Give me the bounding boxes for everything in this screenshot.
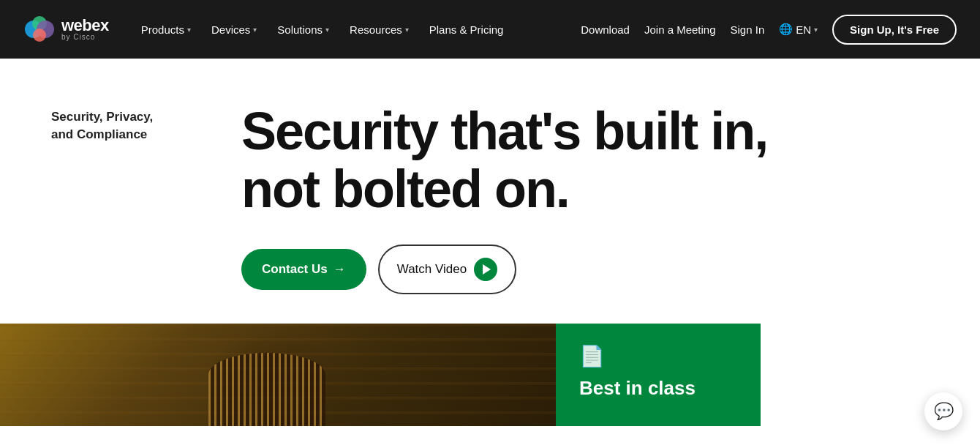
best-in-class-card: 📄 Best in class bbox=[556, 324, 761, 426]
chat-icon: 💬 bbox=[934, 402, 954, 421]
chevron-down-icon: ▾ bbox=[814, 26, 818, 34]
chevron-down-icon: ▾ bbox=[405, 26, 409, 34]
logo-sub: by Cisco bbox=[61, 34, 109, 41]
hero-main: Security that's built in, not bolted on.… bbox=[241, 102, 929, 294]
logo[interactable]: webex by Cisco bbox=[23, 16, 109, 42]
nav-plans-pricing[interactable]: Plans & Pricing bbox=[421, 18, 513, 42]
hero-image bbox=[0, 324, 556, 426]
nav-sign-in[interactable]: Sign In bbox=[731, 23, 765, 36]
nav-right: Download Join a Meeting Sign In 🌐 EN ▾ S… bbox=[581, 15, 957, 45]
nav-resources[interactable]: Resources ▾ bbox=[341, 18, 418, 42]
hero-buttons: Contact Us → Watch Video bbox=[241, 244, 929, 294]
language-selector[interactable]: 🌐 EN ▾ bbox=[779, 23, 818, 36]
hero-sidebar-title: Security, Privacy,and Compliance bbox=[51, 108, 212, 143]
chevron-down-icon: ▾ bbox=[325, 26, 329, 34]
nav-join-meeting[interactable]: Join a Meeting bbox=[644, 23, 716, 36]
nav-download[interactable]: Download bbox=[581, 23, 630, 36]
logo-text: webex by Cisco bbox=[61, 18, 109, 41]
hero-section: Security, Privacy,and Compliance Securit… bbox=[0, 59, 980, 324]
nav-products[interactable]: Products ▾ bbox=[132, 18, 200, 42]
contact-us-button[interactable]: Contact Us → bbox=[241, 249, 366, 290]
hero-headline: Security that's built in, not bolted on. bbox=[241, 102, 929, 218]
chevron-down-icon: ▾ bbox=[187, 26, 191, 34]
chat-bubble-button[interactable]: 💬 bbox=[924, 392, 962, 426]
watch-video-button[interactable]: Watch Video bbox=[378, 244, 516, 294]
nav-left: webex by Cisco Products ▾ Devices ▾ Solu… bbox=[23, 16, 512, 42]
hero-content: Security, Privacy,and Compliance Securit… bbox=[51, 59, 929, 324]
nav-devices[interactable]: Devices ▾ bbox=[203, 18, 265, 42]
navbar: webex by Cisco Products ▾ Devices ▾ Solu… bbox=[0, 0, 980, 59]
nav-solutions[interactable]: Solutions ▾ bbox=[268, 18, 338, 42]
card-title: Best in class bbox=[579, 377, 737, 400]
arrow-right-icon: → bbox=[333, 262, 346, 277]
hero-sidebar: Security, Privacy,and Compliance bbox=[51, 102, 212, 143]
globe-icon: 🌐 bbox=[779, 23, 793, 36]
nav-links: Products ▾ Devices ▾ Solutions ▾ Resourc… bbox=[132, 18, 513, 42]
play-icon bbox=[474, 258, 497, 281]
webex-logo-icon bbox=[23, 16, 56, 42]
play-triangle bbox=[483, 264, 491, 275]
svg-point-3 bbox=[33, 29, 46, 42]
document-icon: 📄 bbox=[579, 344, 737, 368]
signup-button[interactable]: Sign Up, It's Free bbox=[832, 15, 957, 45]
logo-brand: webex bbox=[61, 18, 109, 34]
bottom-section: 📄 Best in class bbox=[0, 324, 980, 426]
chevron-down-icon: ▾ bbox=[253, 26, 257, 34]
